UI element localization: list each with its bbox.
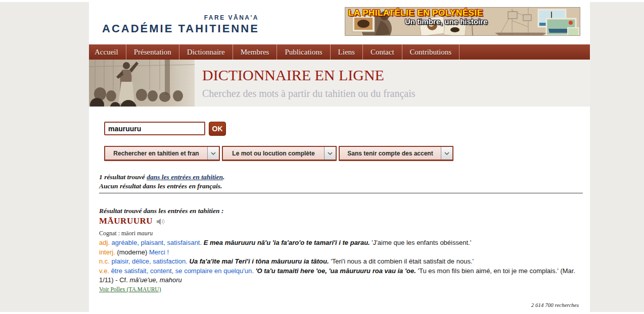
- result-section-heading: Résultat trouvé dans les entrées en tahi…: [99, 207, 223, 215]
- pos-tag: adj.: [99, 239, 110, 246]
- sense-adj: adj. agréable, plaisant, satisfaisant. E…: [99, 238, 583, 248]
- senses-list: adj. agréable, plaisant, satisfaisant. E…: [99, 238, 583, 285]
- filter-match-select[interactable]: Le mot ou locution complète: [222, 146, 337, 161]
- page-title: DICTIONNAIRE EN LIGNE: [202, 67, 384, 84]
- results-summary: 1 résultat trouvé dans les entrées en ta…: [99, 173, 224, 191]
- nav-item-accueil[interactable]: Accueil: [89, 44, 126, 60]
- filter-accents-value: Sans tenir compte des accent: [340, 147, 441, 160]
- sense-nc: n.c. plaisir, délice, satisfaction. Ua f…: [99, 257, 583, 267]
- usage-note: (moderne): [117, 248, 147, 256]
- headword-row: MĀURUURU: [99, 216, 165, 226]
- nav-item-contributions[interactable]: Contributions: [402, 44, 460, 60]
- banner-subtitle: Un timbre, une histoire: [405, 17, 487, 26]
- headword: MĀURUURU: [99, 216, 153, 226]
- definition: plaisir, délice, satisfaction.: [112, 257, 188, 265]
- summary-line-french: Aucun résultat dans les entrées en franç…: [99, 182, 224, 191]
- example-translation: 'J'aime que les enfants obéissent.': [372, 239, 471, 246]
- cognate-word: mauru: [137, 230, 153, 237]
- search-input[interactable]: [104, 122, 205, 135]
- nav-item-publications[interactable]: Publications: [277, 44, 330, 60]
- hero-strip: DICTIONNAIRE EN LIGNE Cherchez des mots …: [89, 60, 590, 107]
- page: FARE VĀNA'A ACADÉMIE TAHITIENNE: [0, 0, 644, 314]
- pollex-link[interactable]: Voir Pollex (TA.MAURU): [99, 286, 161, 292]
- sense-ve: v.e. être satisfait, content, se complai…: [99, 267, 583, 285]
- pos-tag: n.c.: [99, 257, 110, 265]
- hero-image: [89, 60, 195, 107]
- sense-interj: interj. (moderne) Merci !: [99, 248, 583, 257]
- example-tahitian: E mea māuruuru nā'u 'ia fa'aro'o te tama…: [204, 239, 370, 246]
- search-count: 2 614 700 recherches: [531, 302, 579, 308]
- pos-tag: v.e.: [99, 267, 109, 275]
- speaker-icon[interactable]: [157, 218, 165, 225]
- definition: Merci !: [149, 248, 169, 256]
- cross-reference: mā'ue'ue, mahoru: [129, 276, 181, 284]
- nav-item-membres[interactable]: Membres: [233, 44, 278, 60]
- content-area: FARE VĀNA'A ACADÉMIE TAHITIENNE: [89, 2, 590, 312]
- nav-item-liens[interactable]: Liens: [331, 44, 363, 60]
- chevron-down-icon: [324, 147, 336, 160]
- chevron-down-icon: [207, 147, 219, 160]
- main-nav: Accueil Présentation Dictionnaire Membre…: [89, 44, 590, 60]
- summary-suffix: .: [223, 173, 224, 181]
- definition: agréable, plaisant, satisfaisant.: [112, 239, 202, 246]
- summary-prefix: 1 résultat trouvé: [99, 173, 145, 181]
- logo-title: ACADÉMIE TAHITIENNE: [102, 22, 260, 35]
- definition: être satisfait, content, se complaire en…: [111, 267, 254, 275]
- logo-subtitle: FARE VĀNA'A: [102, 14, 260, 21]
- cognate-label: Cognat : māori: [99, 230, 135, 237]
- search-filters: Rechercher en tahitien et fran Le mot ou…: [104, 146, 574, 161]
- tahitian-entries-link[interactable]: dans les entrées en tahitien: [147, 173, 223, 181]
- cognate-line: Cognat : māori mauru: [99, 230, 153, 237]
- filter-language-select[interactable]: Rechercher en tahitien et fran: [104, 146, 220, 161]
- filter-language-value: Rechercher en tahitien et fran: [105, 147, 207, 160]
- summary-line-tahitian: 1 résultat trouvé dans les entrées en ta…: [99, 173, 224, 182]
- nav-item-contact[interactable]: Contact: [363, 44, 402, 60]
- philately-banner[interactable]: LA PHILATÉLIE EN POLYNÉSIE Un timbre, un…: [345, 7, 580, 36]
- nav-item-presentation[interactable]: Présentation: [126, 44, 179, 60]
- divider: [99, 193, 583, 193]
- filter-accents-select[interactable]: Sans tenir compte des accent: [339, 146, 453, 161]
- page-subtitle: Cherchez des mots à partir du tahitien o…: [202, 88, 416, 99]
- example-tahitian: Ua fa'a'ite mai Teri'i i tōna māuruuru i…: [190, 257, 329, 265]
- bottom-edge-strip: [0, 312, 644, 314]
- banner-title: LA PHILATÉLIE EN POLYNÉSIE: [348, 8, 483, 18]
- filter-match-value: Le mot ou locution complète: [223, 147, 324, 160]
- example-tahitian: 'O ta'u tamaiti here 'oe, 'ua māuruuru r…: [255, 267, 416, 275]
- example-translation: 'Teri'i nous a dit combien il était sati…: [331, 257, 474, 265]
- search-submit-button[interactable]: OK: [209, 122, 226, 136]
- pos-tag: interj.: [99, 248, 115, 256]
- nav-item-dictionnaire[interactable]: Dictionnaire: [179, 44, 233, 60]
- chevron-down-icon: [441, 147, 452, 160]
- site-logo[interactable]: FARE VĀNA'A ACADÉMIE TAHITIENNE: [102, 14, 260, 35]
